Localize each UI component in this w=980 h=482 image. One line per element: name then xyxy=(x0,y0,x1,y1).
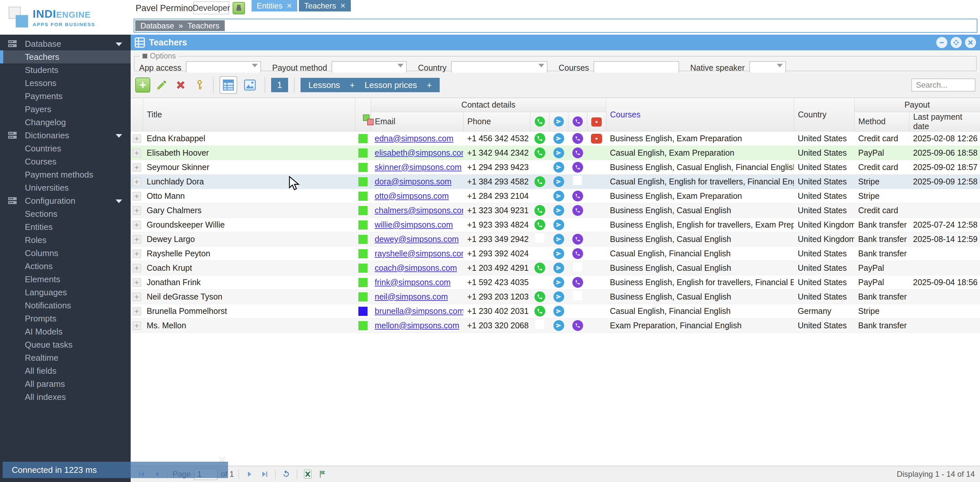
cell-viber[interactable] xyxy=(568,145,587,160)
cell-whatsapp[interactable] xyxy=(530,189,549,203)
cell-whatsapp[interactable] xyxy=(530,275,549,289)
filter-control[interactable] xyxy=(332,61,407,74)
sidebar-item[interactable]: Payments xyxy=(0,89,130,103)
tab-close-icon[interactable]: ✕ xyxy=(340,2,346,10)
table-row[interactable]: + Lunchlady Dora dora@simpsons.som +1 38… xyxy=(130,174,980,189)
close-button[interactable] xyxy=(965,37,976,48)
sidebar-item[interactable]: Countries xyxy=(0,142,130,155)
filter-control[interactable] xyxy=(451,61,547,74)
cell-viber[interactable] xyxy=(568,246,587,261)
cell-whatsapp[interactable] xyxy=(530,246,549,261)
expand-cell[interactable]: + xyxy=(130,275,143,289)
refresh-button[interactable] xyxy=(280,468,292,480)
maximize-button[interactable] xyxy=(951,37,962,48)
cell-youtube[interactable] xyxy=(587,304,606,318)
cell-viber[interactable] xyxy=(568,289,587,304)
add-subtab-button[interactable]: + xyxy=(350,80,355,90)
column-header-method[interactable]: Method xyxy=(854,112,909,131)
expand-cell[interactable]: + xyxy=(130,160,143,174)
breadcrumb-root[interactable]: Database xyxy=(140,21,174,30)
email-link[interactable]: elisabeth@simpsons.com xyxy=(375,148,463,157)
tab[interactable]: Teachers ✕ xyxy=(299,0,351,11)
breadcrumb[interactable]: Database » Teachers xyxy=(135,20,225,31)
sidebar-item[interactable]: Notifications xyxy=(0,299,130,312)
sidebar-item[interactable]: Languages xyxy=(0,286,130,299)
page-view-button[interactable]: 1 xyxy=(271,78,288,92)
breadcrumb-current[interactable]: Teachers xyxy=(188,21,219,30)
cell-viber[interactable] xyxy=(568,261,587,275)
search-input[interactable] xyxy=(912,78,975,91)
cell-youtube[interactable] xyxy=(587,203,606,217)
expand-cell[interactable]: + xyxy=(130,261,143,275)
toast-close-icon[interactable]: ✕ xyxy=(218,454,226,464)
cell-telegram[interactable] xyxy=(549,261,568,275)
column-header-country[interactable]: Country xyxy=(794,98,854,131)
cell-youtube[interactable] xyxy=(587,275,606,289)
sidebar-item[interactable]: Sections xyxy=(0,207,130,220)
cell-telegram[interactable] xyxy=(549,217,568,232)
column-header-viber[interactable] xyxy=(568,112,587,131)
cell-whatsapp[interactable] xyxy=(530,203,549,217)
cell-telegram[interactable] xyxy=(549,174,568,189)
cell-youtube[interactable] xyxy=(587,160,606,174)
table-row[interactable]: + Brunella Pommelhorst brunella@simpsons… xyxy=(130,304,980,318)
sidebar-item[interactable]: Columns xyxy=(0,247,130,260)
cell-whatsapp[interactable] xyxy=(530,145,549,160)
expand-cell[interactable]: + xyxy=(130,189,143,203)
cell-youtube[interactable] xyxy=(587,217,606,232)
cell-whatsapp[interactable] xyxy=(530,232,549,246)
cell-youtube[interactable] xyxy=(587,318,606,332)
expand-cell[interactable]: + xyxy=(130,131,143,145)
table-row[interactable]: + Jonathan Frink frink@simpsons.com +1 5… xyxy=(130,275,980,289)
expand-cell[interactable]: + xyxy=(130,145,143,160)
edit-button[interactable] xyxy=(154,78,169,93)
cell-whatsapp[interactable] xyxy=(530,304,549,318)
column-header-title[interactable]: Title xyxy=(143,98,355,131)
sidebar-item[interactable]: Elements xyxy=(0,273,130,286)
cell-viber[interactable] xyxy=(568,217,587,232)
cell-whatsapp[interactable] xyxy=(530,217,549,232)
cell-viber[interactable] xyxy=(568,275,587,289)
email-link[interactable]: dora@simpsons.som xyxy=(375,177,452,186)
sidebar-item[interactable]: Entities xyxy=(0,220,130,233)
column-header-status[interactable] xyxy=(355,98,371,131)
sidebar-item[interactable]: AI Models xyxy=(0,325,130,338)
cell-youtube[interactable] xyxy=(587,246,606,261)
sidebar-item[interactable]: All indexes xyxy=(0,391,130,404)
grid-view-button[interactable] xyxy=(220,76,237,94)
sidebar-item[interactable]: Payers xyxy=(0,103,130,116)
cell-telegram[interactable] xyxy=(549,203,568,217)
collapse-tool-icon[interactable] xyxy=(142,54,147,59)
sidebar-item[interactable]: Database xyxy=(0,37,130,50)
email-link[interactable]: brunella@simpsons.com xyxy=(375,306,463,316)
cell-whatsapp[interactable] xyxy=(530,318,549,332)
cell-viber[interactable] xyxy=(568,174,587,189)
connect-button[interactable] xyxy=(232,2,245,14)
expand-cell[interactable]: + xyxy=(130,304,143,318)
cell-telegram[interactable] xyxy=(549,246,568,261)
sidebar-item[interactable]: Lessons xyxy=(0,77,130,89)
email-link[interactable]: coach@simpsons.com xyxy=(375,263,457,272)
column-header-phone[interactable]: Phone xyxy=(463,112,530,131)
image-view-button[interactable] xyxy=(241,76,259,94)
cell-whatsapp[interactable] xyxy=(530,289,549,304)
delete-button[interactable] xyxy=(173,78,188,93)
filter-key-button[interactable] xyxy=(192,78,207,93)
cell-youtube[interactable] xyxy=(587,289,606,304)
role-select[interactable]: Developer xyxy=(193,1,229,14)
sidebar-item[interactable]: Actions xyxy=(0,260,130,273)
cell-telegram[interactable] xyxy=(549,189,568,203)
cell-youtube[interactable] xyxy=(587,174,606,189)
cell-youtube[interactable] xyxy=(587,131,606,145)
sidebar-item[interactable]: All fields xyxy=(0,364,130,377)
flag-button[interactable] xyxy=(317,468,329,480)
column-header-youtube[interactable] xyxy=(587,112,606,131)
column-header-courses[interactable]: Courses xyxy=(606,98,794,131)
tab-close-icon[interactable]: ✕ xyxy=(286,2,293,10)
table-row[interactable]: + Elisabeth Hoover elisabeth@simpsons.co… xyxy=(130,145,980,160)
sidebar-item[interactable]: Queue tasks xyxy=(0,338,130,351)
table-row[interactable]: + Neil deGrasse Tyson neil@simpsons.com … xyxy=(130,289,980,304)
cell-viber[interactable] xyxy=(568,318,587,332)
sidebar-item[interactable]: Students xyxy=(0,64,130,77)
filter-control[interactable] xyxy=(186,61,261,74)
